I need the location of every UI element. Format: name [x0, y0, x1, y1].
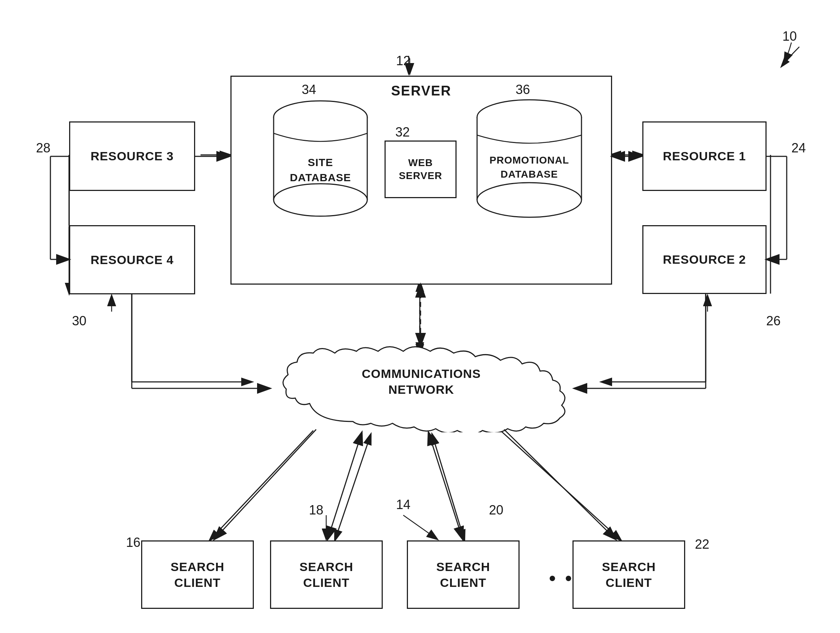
resource-1-label: RESOURCE 1	[663, 148, 746, 164]
svg-line-51	[504, 429, 616, 539]
svg-line-55	[403, 515, 437, 539]
svg-line-49	[328, 432, 362, 539]
server-label: SERVER	[391, 83, 452, 99]
search-client-1-box: SEARCH CLIENT	[141, 540, 254, 609]
ref-30: 30	[72, 313, 87, 329]
ref-18: 18	[309, 503, 323, 518]
site-database-label: SITE DATABASE	[270, 155, 371, 185]
ref-10: 10	[782, 29, 797, 44]
diagram-container: 10 12 SERVER 34 SITE DATABASE 32	[0, 0, 840, 633]
promotional-database-cylinder: PROMOTIONAL DATABASE	[472, 97, 587, 220]
ref-14: 14	[396, 497, 411, 512]
svg-line-15	[501, 430, 621, 540]
resource-1-box: RESOURCE 1	[642, 122, 767, 191]
communications-network-label: COMMUNICATIONS NETWORK	[267, 366, 576, 397]
web-server-box: WEB SERVER	[385, 141, 456, 198]
ref-36: 36	[516, 82, 530, 97]
svg-line-48	[214, 429, 316, 539]
ref-12: 12	[396, 53, 411, 68]
svg-line-12	[210, 430, 313, 540]
resource-2-label: RESOURCE 2	[663, 252, 746, 267]
site-database-cylinder: SITE DATABASE	[270, 97, 371, 220]
svg-line-14	[432, 434, 464, 540]
search-client-4-label: SEARCH CLIENT	[602, 559, 656, 590]
resource-4-label: RESOURCE 4	[90, 252, 174, 268]
search-client-1-label: SEARCH CLIENT	[171, 559, 225, 590]
search-client-4-box: SEARCH CLIENT	[573, 540, 685, 609]
resource-4-box: RESOURCE 4	[69, 225, 195, 294]
communications-network-cloud: COMMUNICATIONS NETWORK	[267, 346, 576, 432]
ref-22: 22	[695, 537, 709, 552]
ref-16: 16	[126, 535, 141, 550]
resource-3-label: RESOURCE 3	[90, 148, 174, 164]
ref-24: 24	[791, 141, 806, 156]
search-client-3-label: SEARCH CLIENT	[436, 559, 490, 590]
ref-26: 26	[766, 313, 781, 329]
resource-2-box: RESOURCE 2	[642, 225, 767, 294]
resource-3-box: RESOURCE 3	[69, 122, 195, 191]
promotional-database-label: PROMOTIONAL DATABASE	[472, 153, 587, 181]
svg-line-50	[428, 432, 463, 539]
search-client-2-label: SEARCH CLIENT	[300, 559, 354, 590]
search-client-2-box: SEARCH CLIENT	[270, 540, 383, 609]
search-client-3-box: SEARCH CLIENT	[407, 540, 519, 609]
ref-32: 32	[395, 125, 410, 140]
ref-34: 34	[302, 82, 316, 97]
svg-point-26	[274, 184, 367, 216]
ref-20: 20	[489, 503, 503, 518]
svg-line-13	[335, 434, 371, 540]
svg-point-31	[477, 183, 581, 217]
ref-28: 28	[36, 141, 51, 156]
web-server-label: WEB SERVER	[399, 157, 442, 183]
